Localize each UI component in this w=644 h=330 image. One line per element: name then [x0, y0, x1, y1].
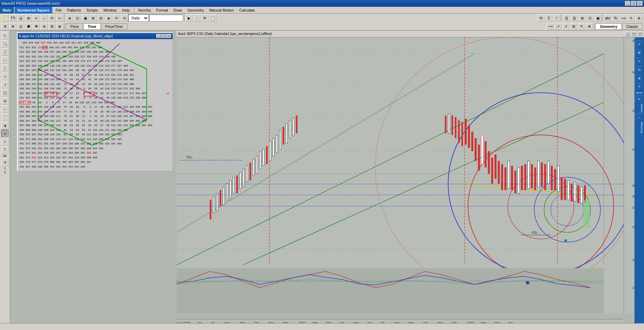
- toolbar-r3[interactable]: /: [553, 14, 560, 22]
- geo-btn-4[interactable]: ⬟: [25, 23, 32, 30]
- right-geo-5[interactable]: ✎: [578, 23, 585, 30]
- toolbar-btn-eye[interactable]: 👁: [201, 14, 209, 22]
- toolbar-btn-green[interactable]: ↓: [193, 14, 201, 22]
- right-geo-3[interactable]: ↗: [562, 23, 570, 30]
- toolbar-btn-print[interactable]: 🖨: [17, 14, 24, 22]
- right-geo-6[interactable]: ⊕: [586, 23, 593, 30]
- toolbar-btn-3[interactable]: ↔: [40, 14, 48, 22]
- menu-numsq[interactable]: NumSq: [136, 7, 154, 14]
- toolbar-btn-8[interactable]: ▣: [82, 14, 89, 22]
- tab-price[interactable]: Price: [66, 23, 83, 30]
- right-tool-marker[interactable]: ✎: [636, 95, 643, 103]
- menu-manual-motion[interactable]: Manual Motion: [207, 7, 236, 14]
- tool-fan[interactable]: ◑: [1, 122, 9, 129]
- toolbar-btn-5[interactable]: ↩: [56, 14, 64, 22]
- right-tool-7[interactable]: T: [636, 83, 643, 90]
- toolbar-btn-12[interactable]: ⟳: [113, 14, 120, 22]
- chart-close[interactable]: ×: [637, 32, 643, 36]
- symbol-input[interactable]: [149, 15, 183, 21]
- menu-window[interactable]: Window: [101, 7, 119, 14]
- toolbar-btn-clip[interactable]: 📋: [209, 14, 216, 22]
- geo-btn-1[interactable]: ⊕: [1, 23, 9, 30]
- geo-btn-8[interactable]: ◈: [56, 23, 64, 30]
- toolbar-r13[interactable]: ⊕: [635, 14, 643, 22]
- float-close[interactable]: ×: [166, 34, 171, 38]
- tool-channel[interactable]: ⟦⟧: [1, 89, 9, 97]
- right-tool-2[interactable]: ↗: [636, 40, 643, 48]
- svg-rect-41: [498, 161, 500, 184]
- menu-help[interactable]: Help: [119, 7, 132, 14]
- geo-btn-7[interactable]: ⊞: [48, 23, 56, 30]
- close-btn[interactable]: ×: [637, 1, 643, 6]
- geo-btn-3[interactable]: ◎: [17, 23, 24, 30]
- tool-gann[interactable]: ⊞: [1, 97, 9, 105]
- toolbar-btn-open[interactable]: 📁: [1, 14, 9, 22]
- menu-draw[interactable]: Draw: [171, 7, 185, 14]
- toolbar-r9[interactable]: abc: [604, 14, 611, 22]
- right-geo-2[interactable]: ↗: [554, 23, 562, 30]
- tab-time[interactable]: Time: [83, 23, 101, 30]
- tool-line[interactable]: ╱: [1, 48, 9, 56]
- toolbar-r7[interactable]: ⊡: [586, 14, 594, 22]
- toolbar-r11[interactable]: ⟿: [620, 14, 627, 22]
- geo-btn-2[interactable]: ⊗: [9, 23, 17, 30]
- toolbar-btn-7[interactable]: ⊡: [74, 14, 81, 22]
- right-tool-3[interactable]: ⊞: [636, 49, 643, 56]
- right-geo-4[interactable]: ⊞: [570, 23, 577, 30]
- tool-num1[interactable]: ⊕: [1, 158, 9, 166]
- chart-maximize[interactable]: □: [631, 32, 637, 36]
- toolbar-btn-save[interactable]: 💾: [9, 14, 17, 22]
- tab-geometry[interactable]: Geometry: [595, 23, 622, 30]
- menu-geometry[interactable]: Geometry: [185, 7, 207, 14]
- toolbar-btn-2[interactable]: ≡: [33, 14, 40, 22]
- toolbar-r6[interactable]: ⊞: [578, 14, 586, 22]
- toolbar-r5[interactable]: |||: [571, 14, 578, 22]
- tool-trend[interactable]: ↗: [1, 81, 9, 88]
- toolbar-btn-9[interactable]: ⊞: [89, 14, 97, 22]
- toolbar-r8[interactable]: ▣: [594, 14, 602, 22]
- toolbar-r12[interactable]: ✎: [627, 14, 635, 22]
- toolbar-btn-play[interactable]: ▶: [185, 14, 193, 22]
- tool-arc[interactable]: ⌒: [1, 114, 9, 121]
- period-dropdown[interactable]: Daily Weekly Monthly: [128, 14, 149, 22]
- tool-fib[interactable]: ≡: [1, 138, 9, 145]
- toolbar-btn-1[interactable]: ⊞: [25, 14, 32, 22]
- toolbar-btn-10[interactable]: ⊟: [97, 14, 105, 22]
- right-geo-1[interactable]: ⟿: [547, 23, 554, 30]
- toolbar-btn-4[interactable]: ⟳: [48, 14, 56, 22]
- tab-classic[interactable]: Classic: [622, 23, 643, 30]
- toolbar-btn-13[interactable]: ⟲: [121, 14, 128, 22]
- svg-rect-34: [475, 138, 477, 161]
- tool-wave[interactable]: ∿: [1, 73, 9, 80]
- tool-cursor[interactable]: ↖: [1, 32, 9, 39]
- toolbar-r10[interactable]: %: [612, 14, 619, 22]
- menu-format[interactable]: Format: [154, 7, 171, 14]
- menu-calculate[interactable]: Calculate: [237, 7, 258, 14]
- right-tool-5[interactable]: ⊡: [636, 66, 643, 73]
- tool-text[interactable]: T: [1, 146, 9, 154]
- right-tool-4[interactable]: ≡: [636, 57, 643, 65]
- toolbar-r1[interactable]: %: [537, 14, 545, 22]
- toolbar-btn-11[interactable]: ◈: [105, 14, 112, 22]
- right-tool-measure[interactable]: ↔: [636, 114, 643, 121]
- maximize-btn[interactable]: □: [631, 1, 637, 6]
- menu-file[interactable]: File: [53, 7, 65, 14]
- tab-pricetime[interactable]: Price/Time: [101, 23, 127, 30]
- geo-btn-5[interactable]: ✤: [33, 23, 40, 30]
- toolbar-btn-6[interactable]: ⊕: [66, 14, 73, 22]
- tool-vline[interactable]: |: [1, 65, 9, 72]
- float-maximize[interactable]: □: [161, 34, 166, 38]
- toolbar-r4[interactable]: |||: [563, 14, 570, 22]
- toolbar-r2[interactable]: Σ: [545, 14, 553, 22]
- minimize-btn[interactable]: _: [625, 1, 630, 6]
- tool-active[interactable]: ⊡: [1, 130, 9, 137]
- menu-patterns[interactable]: Patterns: [65, 7, 84, 14]
- tool-circle[interactable]: ○: [1, 105, 9, 113]
- tool-zoom[interactable]: 🔍: [1, 40, 9, 48]
- float-minimize[interactable]: _: [156, 34, 161, 38]
- chart-minimize[interactable]: _: [625, 32, 630, 36]
- tool-hline[interactable]: —: [1, 56, 9, 64]
- right-tool-6[interactable]: ◈: [636, 74, 643, 82]
- geo-btn-6[interactable]: ⊛: [40, 23, 48, 30]
- menu-scripts[interactable]: Scripts: [84, 7, 101, 14]
